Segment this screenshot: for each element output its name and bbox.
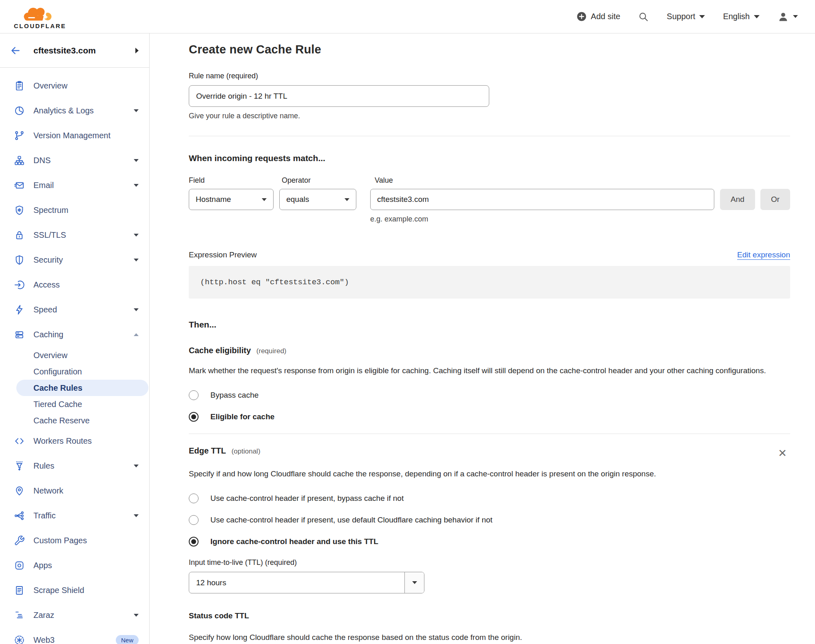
edge-ttl-heading: Edge TTL (optional): [189, 446, 261, 456]
required-tag: (required): [256, 347, 287, 355]
shield-icon: [14, 255, 25, 266]
caret-down-icon: [134, 184, 139, 187]
field-select[interactable]: Hostname: [189, 189, 274, 210]
sidebar-item-caching[interactable]: Caching: [0, 322, 149, 347]
caret-down-icon: [134, 308, 139, 311]
sidebar-subitem-configuration[interactable]: Configuration: [0, 363, 149, 380]
cloudflare-dashboard: CLOUDFLARE Add site Support English: [0, 0, 815, 644]
ignore-header-use-ttl-option[interactable]: Ignore cache-control header and use this…: [189, 537, 790, 547]
use-header-bypass-option[interactable]: Use cache-control header if present, byp…: [189, 494, 790, 503]
sidebar-item-speed[interactable]: Speed: [0, 297, 149, 322]
caret-down-icon: [134, 514, 139, 517]
expression-preview-label: Expression Preview: [189, 250, 257, 259]
server-stack-icon: [14, 329, 25, 340]
edit-expression-link[interactable]: Edit expression: [737, 250, 790, 259]
operator-select[interactable]: equals: [279, 189, 356, 210]
cache-eligibility-heading: Cache eligibility (required): [189, 346, 790, 355]
add-site-button[interactable]: Add site: [576, 11, 620, 22]
sidebar-item-access[interactable]: Access: [0, 272, 149, 297]
sidebar-item-network[interactable]: Network: [0, 478, 149, 503]
optional-tag: (optional): [232, 447, 261, 455]
rule-name-help: Give your rule a descriptive name.: [189, 112, 790, 120]
sidebar-item-rules[interactable]: Rules: [0, 454, 149, 478]
radio-unselected[interactable]: [189, 494, 199, 503]
or-button[interactable]: Or: [760, 189, 790, 210]
caret-down-icon: [134, 259, 139, 261]
support-label: Support: [667, 12, 695, 21]
edge-ttl-options: Use cache-control header if present, byp…: [189, 494, 790, 547]
sidebar-item-overview[interactable]: Overview: [0, 73, 149, 98]
sidebar-item-ssl-tls[interactable]: SSL/TLS: [0, 223, 149, 248]
main-content: Create new Cache Rule Rule name (require…: [150, 33, 815, 644]
sidebar-item-email[interactable]: Email: [0, 173, 149, 198]
rule-name-label: Rule name (required): [189, 72, 790, 80]
cache-eligibility-options: Bypass cache Eligible for cache: [189, 390, 790, 422]
app-square-icon: [14, 560, 25, 571]
caret-down-icon: [134, 234, 139, 237]
value-input[interactable]: [370, 189, 714, 210]
site-name: cftestsite3.com: [33, 46, 126, 55]
page-title: Create new Cache Rule: [189, 43, 790, 56]
sidebar-item-analytics-logs[interactable]: Analytics & Logs: [0, 98, 149, 123]
sidebar-item-workers-routes[interactable]: Workers Routes: [0, 429, 149, 454]
envelope-icon: [14, 180, 25, 191]
radio-selected[interactable]: [189, 537, 199, 547]
sidebar-subitem-cache-rules[interactable]: Cache Rules: [16, 380, 148, 396]
language-menu[interactable]: English: [723, 12, 760, 21]
web3-globe-icon: [14, 635, 25, 644]
radio-unselected[interactable]: [189, 390, 199, 400]
sidebar-item-scrape-shield[interactable]: Scrape Shield: [0, 578, 149, 603]
match-field-labels: Field Operator Value: [189, 176, 790, 185]
sidebar-subitem-tiered-cache[interactable]: Tiered Cache: [0, 396, 149, 412]
document-icon: [14, 585, 25, 596]
eligible-for-cache-option[interactable]: Eligible for cache: [189, 412, 790, 422]
caret-down-icon: [345, 198, 349, 201]
sidebar-item-dns[interactable]: DNS: [0, 148, 149, 173]
sidebar-item-custom-pages[interactable]: Custom Pages: [0, 528, 149, 553]
sidebar-item-zaraz[interactable]: Zaraz: [0, 603, 149, 628]
sidebar-item-security[interactable]: Security: [0, 248, 149, 272]
sidebar-item-traffic[interactable]: Traffic: [0, 503, 149, 528]
edge-ttl-header: Edge TTL (optional) ✕: [189, 446, 790, 458]
expression-code: (http.host eq "cftestsite3.com"): [200, 278, 349, 287]
match-heading: When incoming requests match...: [189, 153, 790, 163]
search-button[interactable]: [638, 11, 649, 22]
caret-down-icon: [134, 159, 139, 162]
add-site-label: Add site: [591, 12, 620, 21]
chevron-right-icon[interactable]: [135, 48, 139, 53]
sidebar-item-version-management[interactable]: Version Management: [0, 123, 149, 148]
back-arrow-icon[interactable]: [10, 45, 21, 56]
caret-down-icon: [754, 15, 760, 18]
site-selector[interactable]: cftestsite3.com: [0, 33, 149, 68]
sidebar-item-web3[interactable]: Web3 New: [0, 628, 149, 644]
ttl-select[interactable]: 12 hours: [189, 572, 424, 593]
support-menu[interactable]: Support: [667, 12, 705, 21]
cache-eligibility-description: Mark whether the request's response from…: [189, 363, 790, 378]
ttl-select-arrow-button[interactable]: [404, 572, 424, 593]
divider: [189, 434, 790, 434]
expression-preview-row: Expression Preview Edit expression: [189, 250, 790, 259]
close-x-icon[interactable]: ✕: [778, 448, 787, 458]
account-menu[interactable]: [777, 11, 798, 22]
cloudflare-logo: CLOUDFLARE: [14, 6, 66, 29]
wrench-icon: [14, 535, 25, 546]
radio-unselected[interactable]: [189, 515, 199, 525]
radio-selected[interactable]: [189, 412, 199, 422]
sidebar-item-spectrum[interactable]: Spectrum: [0, 198, 149, 223]
sidebar-subitem-caching-overview[interactable]: Overview: [0, 347, 149, 363]
value-help: e.g. example.com: [370, 215, 714, 224]
caret-down-icon: [134, 614, 139, 617]
status-code-ttl-description: Specify how long Cloudflare should cache…: [189, 630, 790, 644]
then-heading: Then...: [189, 320, 790, 330]
bypass-cache-option[interactable]: Bypass cache: [189, 390, 790, 400]
share-nodes-icon: [14, 510, 25, 521]
use-header-default-option[interactable]: Use cache-control header if present, use…: [189, 515, 790, 525]
rule-name-input[interactable]: [189, 85, 489, 107]
sidebar-subitem-cache-reserve[interactable]: Cache Reserve: [0, 412, 149, 429]
and-button[interactable]: And: [720, 189, 755, 210]
top-bar: CLOUDFLARE Add site Support English: [0, 0, 815, 33]
sidebar-item-apps[interactable]: Apps: [0, 553, 149, 578]
sitemap-icon: [14, 155, 25, 166]
login-circle-icon: [14, 279, 25, 290]
funnel-icon: [14, 460, 25, 471]
